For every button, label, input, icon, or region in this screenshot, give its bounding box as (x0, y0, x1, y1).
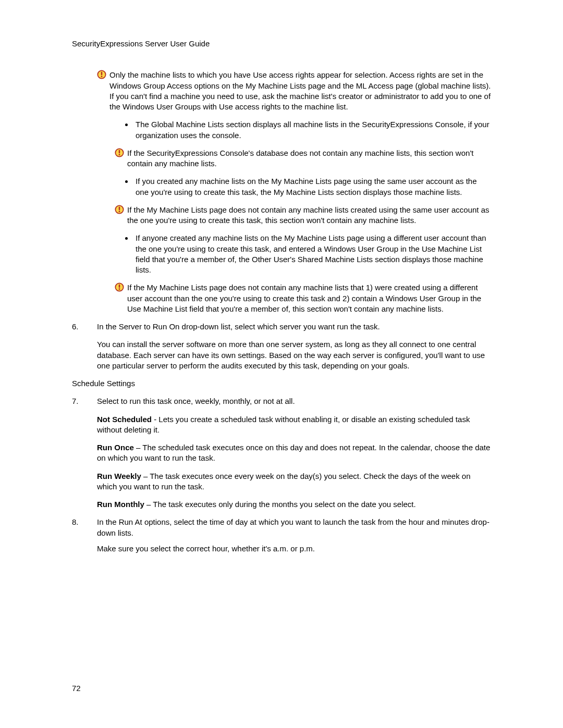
doc-header: SecurityExpressions Server User Guide (72, 39, 491, 49)
step-6-para: You can install the server software on m… (97, 339, 491, 371)
note-text: If the My Machine Lists page does not co… (127, 282, 491, 314)
note-text: If the SecurityExpressions Console's dat… (127, 148, 491, 169)
bullet-shared-lists: If anyone created any machine lists on t… (133, 233, 491, 275)
svg-rect-1 (101, 72, 103, 75)
option-text: – The task executes once every week on t… (97, 472, 471, 491)
svg-rect-4 (119, 150, 120, 153)
option-text: - Lets you create a scheduled task witho… (97, 415, 470, 434)
step-7-options: Not Scheduled - Lets you create a schedu… (97, 414, 491, 510)
step-text: In the Run At options, select the time o… (97, 517, 491, 538)
bullet-my-lists: If you created any machine lists on the … (133, 176, 491, 198)
exclamation-icon (97, 70, 108, 79)
svg-point-11 (119, 289, 120, 290)
note-console-db: If the SecurityExpressions Console's dat… (97, 148, 491, 169)
note-shared-lists-empty: If the My Machine Lists page does not co… (97, 282, 491, 314)
subhead-schedule-settings: Schedule Settings (72, 378, 491, 389)
option-run-monthly: Run Monthly – The task executes only dur… (97, 499, 491, 510)
bullet-list-1: The Global Machine Lists section display… (97, 119, 491, 141)
option-text: – The scheduled task executes once on th… (97, 443, 490, 462)
step-8: 8. In the Run At options, select the tim… (72, 517, 491, 538)
bullet-global-lists: The Global Machine Lists section display… (133, 119, 491, 141)
page: SecurityExpressions Server User Guide On… (0, 0, 563, 728)
svg-point-2 (101, 76, 103, 78)
option-label: Run Weekly (97, 472, 141, 480)
note-text: Only the machine lists to which you have… (109, 70, 491, 112)
svg-point-8 (119, 211, 120, 212)
note-access-rights: Only the machine lists to which you have… (97, 70, 491, 112)
bullet-list-3: If anyone created any machine lists on t… (97, 233, 491, 275)
exclamation-icon (115, 205, 126, 214)
paragraph: Make sure you select the correct hour, w… (97, 544, 491, 554)
exclamation-icon (115, 148, 126, 157)
step-number: 6. (72, 322, 97, 332)
option-label: Run Monthly (97, 500, 144, 509)
exclamation-icon (115, 282, 126, 292)
step-number: 8. (72, 517, 97, 538)
paragraph: You can install the server software on m… (97, 339, 491, 371)
step-7: 7. Select to run this task once, weekly,… (72, 396, 491, 406)
option-not-scheduled: Not Scheduled - Lets you create a schedu… (97, 414, 491, 436)
step-8-para: Make sure you select the correct hour, w… (97, 544, 491, 554)
option-label: Not Scheduled (97, 415, 152, 424)
step-6: 6. In the Server to Run On drop-down lis… (72, 322, 491, 332)
option-text: – The task executes only during the mont… (144, 500, 416, 509)
option-label: Run Once (97, 443, 134, 452)
svg-rect-10 (119, 285, 120, 288)
note-text: If the My Machine Lists page does not co… (127, 205, 491, 226)
svg-rect-7 (119, 207, 120, 210)
page-number: 72 (72, 683, 81, 694)
svg-point-5 (119, 154, 120, 155)
step-text: In the Server to Run On drop-down list, … (97, 322, 491, 332)
bullet-list-2: If you created any machine lists on the … (97, 176, 491, 198)
step-text: Select to run this task once, weekly, mo… (97, 396, 491, 406)
option-run-weekly: Run Weekly – The task executes once ever… (97, 471, 491, 492)
content-block: Only the machine lists to which you have… (97, 70, 491, 314)
step-number: 7. (72, 396, 97, 406)
option-run-once: Run Once – The scheduled task executes o… (97, 442, 491, 464)
note-my-lists-empty: If the My Machine Lists page does not co… (97, 205, 491, 226)
